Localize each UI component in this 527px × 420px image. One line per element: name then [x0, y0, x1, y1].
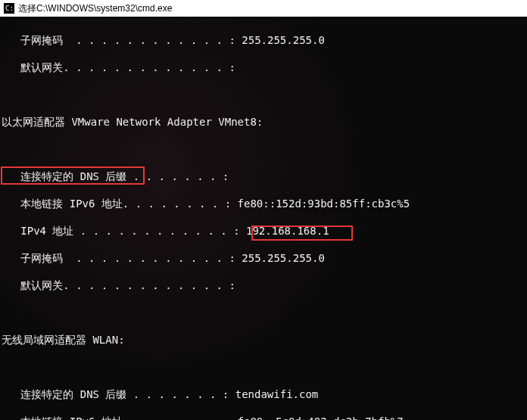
adapter-header: 以太网适配器 VMware Network Adapter VMnet8:: [2, 115, 525, 129]
output-line: 本地链接 IPv6 地址. . . . . . . . : fe80::152d…: [2, 197, 525, 210]
svg-text:C:: C:: [5, 5, 14, 12]
terminal-output[interactable]: 子网掩码 . . . . . . . . . . . . : 255.255.2…: [0, 17, 527, 420]
output-line: 连接特定的 DNS 后缀 . . . . . . . :: [2, 170, 525, 183]
output-line: [2, 306, 525, 319]
output-line: 连接特定的 DNS 后缀 . . . . . . . : tendawifi.c…: [2, 387, 525, 401]
adapter-header-wlan: 无线局域网适配器 WLAN:: [2, 333, 525, 347]
title-bar[interactable]: C: 选择C:\WINDOWS\system32\cmd.exe: [0, 0, 527, 17]
output-line: 默认网关. . . . . . . . . . . . . :: [2, 61, 525, 74]
output-line: 子网掩码 . . . . . . . . . . . . : 255.255.2…: [2, 33, 525, 47]
output-line: 子网掩码 . . . . . . . . . . . . : 255.255.2…: [2, 251, 525, 265]
output-line: [2, 142, 525, 156]
output-line: [2, 360, 525, 374]
cmd-icon: C:: [3, 2, 15, 14]
output-line: IPv4 地址 . . . . . . . . . . . . : 192.16…: [2, 224, 525, 238]
output-line: [2, 88, 525, 101]
window-title: 选择C:\WINDOWS\system32\cmd.exe: [18, 2, 172, 15]
output-line: 本地链接 IPv6 地址. . . . . . . . : fe80::5c0d…: [2, 415, 525, 420]
output-line: 默认网关. . . . . . . . . . . . . :: [2, 278, 525, 292]
